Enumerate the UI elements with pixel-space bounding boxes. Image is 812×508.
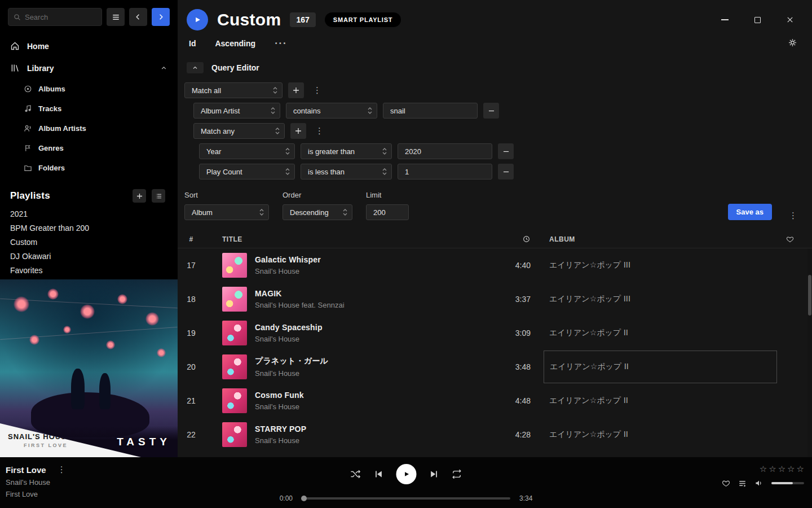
play-playlist-button[interactable]: [187, 9, 208, 30]
playlist-item[interactable]: 2021: [0, 207, 178, 221]
rule-value-input[interactable]: [398, 143, 492, 159]
group-menu-button[interactable]: ⋮: [312, 127, 327, 135]
match-all-select[interactable]: Match all: [184, 82, 283, 98]
sort-label: Sort: [184, 191, 269, 199]
track-index: 17: [178, 261, 205, 270]
query-rule-row: Play Count is less than: [199, 164, 801, 179]
track-row[interactable]: 20 プラネット・ガールSnail's House 3:48 エイリアン☆ポップ…: [178, 350, 812, 384]
rating-star[interactable]: ☆: [778, 465, 785, 474]
maximize-button[interactable]: [750, 12, 765, 27]
rating-star[interactable]: ☆: [769, 465, 776, 474]
playlists-header: Playlists: [0, 178, 178, 207]
volume-button[interactable]: [754, 479, 764, 488]
save-as-button[interactable]: Save as: [728, 204, 772, 220]
sidebar-item-albums[interactable]: Albums: [0, 79, 178, 99]
track-row[interactable]: 21 Cosmo FunkSnail's House 4:48 エイリアン☆ポッ…: [178, 384, 812, 418]
operator-select[interactable]: is less than: [301, 164, 392, 179]
seek-thumb[interactable]: [301, 496, 307, 501]
track-title: Candy Spaceship: [255, 323, 486, 332]
smart-playlist-badge: SMART PLAYLIST: [325, 12, 401, 27]
playlist-list-button[interactable]: [152, 189, 165, 203]
track-row[interactable]: 19 Candy SpaceshipSnail's House 3:09 エイリ…: [178, 316, 812, 350]
sidebar-item-folders[interactable]: Folders: [0, 158, 178, 178]
operator-select[interactable]: is greater than: [301, 143, 392, 159]
rule-value-input[interactable]: [383, 103, 478, 119]
sidebar-nav: Home Library Albums Tracks Album Artists: [0, 32, 178, 178]
collapse-query-editor-button[interactable]: [187, 62, 204, 73]
track-row[interactable]: 22 STARRY POPSnail's House 4:28 エイリアン☆ポッ…: [178, 418, 812, 452]
search-input[interactable]: [25, 13, 96, 21]
search-box[interactable]: [8, 8, 102, 26]
track-album: エイリアン☆ポップ II: [549, 430, 786, 440]
field-select[interactable]: Play Count: [199, 164, 295, 179]
add-group-rule-button[interactable]: [290, 123, 306, 139]
rule-menu-button[interactable]: ⋮: [310, 86, 325, 95]
queue-button[interactable]: [738, 479, 747, 488]
match-any-select[interactable]: Match any: [193, 123, 285, 139]
close-button[interactable]: [783, 12, 797, 27]
playlist-item[interactable]: Favorites: [0, 264, 178, 278]
menu-button[interactable]: [107, 8, 125, 26]
sidebar-item-home[interactable]: Home: [0, 35, 178, 57]
focused-album-cell[interactable]: エイリアン☆ポップ II: [544, 351, 777, 383]
playlist-item[interactable]: BPM Greater than 200: [0, 221, 178, 235]
sidebar-item-tracks[interactable]: Tracks: [0, 99, 178, 119]
rating-star[interactable]: ☆: [787, 465, 795, 474]
track-row[interactable]: 17 Galactic WhisperSnail's House 4:40 エイ…: [178, 248, 812, 282]
track-artist: Snail's House feat. Sennzai: [255, 301, 486, 309]
sidebar-item-genres[interactable]: Genres: [0, 138, 178, 158]
column-album: ALBUM: [549, 235, 786, 243]
add-playlist-button[interactable]: [133, 189, 146, 203]
shuffle-button[interactable]: [350, 469, 361, 479]
chevron-up-icon[interactable]: [160, 64, 167, 72]
back-button[interactable]: [129, 8, 147, 26]
sidebar-toolbar: [0, 0, 178, 32]
sidebar-item-album-artists[interactable]: Album Artists: [0, 119, 178, 138]
track-duration: 3:09: [486, 329, 531, 338]
operator-select[interactable]: contains: [286, 103, 377, 119]
previous-button[interactable]: [374, 469, 384, 479]
toolbar-more-button[interactable]: ···: [275, 39, 287, 48]
sort-select[interactable]: Album: [184, 204, 269, 220]
next-button[interactable]: [429, 469, 439, 479]
track-menu-button[interactable]: ⋮: [54, 466, 69, 474]
playlist-item[interactable]: DJ Okawari: [0, 249, 178, 264]
save-menu-button[interactable]: ⋮: [785, 212, 801, 220]
remove-rule-button[interactable]: [483, 103, 499, 119]
track-duration: 4:48: [486, 396, 531, 405]
field-select[interactable]: Album Artist: [193, 103, 280, 119]
minimize-button[interactable]: [717, 12, 732, 27]
rating-star[interactable]: ☆: [760, 465, 767, 474]
query-editor-title: Query Editor: [211, 63, 259, 72]
track-row[interactable]: 18 MAGIKSnail's House feat. Sennzai 3:37…: [178, 282, 812, 316]
order-select[interactable]: Descending: [283, 204, 352, 220]
remove-rule-button[interactable]: [498, 164, 514, 179]
sort-field-label[interactable]: Id: [189, 39, 196, 48]
playlist-item[interactable]: Custom: [0, 235, 178, 249]
select-value: Match any: [201, 127, 235, 135]
scrollbar-thumb[interactable]: [808, 275, 811, 316]
queue-icon: [738, 479, 747, 488]
forward-button[interactable]: [152, 8, 170, 26]
select-arrows-icon: [343, 208, 347, 216]
field-select[interactable]: Year: [199, 143, 295, 159]
remove-rule-button[interactable]: [498, 143, 514, 159]
previous-icon: [374, 469, 384, 479]
sidebar-item-library[interactable]: Library: [0, 57, 178, 79]
track-album: エイリアン☆ポップ II: [549, 328, 786, 338]
select-value: is greater than: [308, 147, 355, 156]
close-icon: [786, 16, 794, 24]
seek-bar[interactable]: [302, 497, 510, 500]
add-rule-button[interactable]: [288, 82, 304, 98]
play-icon: [403, 470, 411, 478]
limit-input[interactable]: [366, 204, 409, 220]
rule-value-input[interactable]: [398, 164, 492, 179]
settings-button[interactable]: [788, 38, 797, 49]
volume-slider[interactable]: [771, 482, 804, 484]
play-pause-button[interactable]: [396, 464, 417, 484]
favorite-button[interactable]: [722, 479, 730, 488]
sort-direction-label[interactable]: Ascending: [215, 39, 255, 48]
repeat-button[interactable]: [452, 469, 462, 479]
scrollbar[interactable]: [807, 248, 812, 457]
rating-star[interactable]: ☆: [797, 465, 804, 474]
